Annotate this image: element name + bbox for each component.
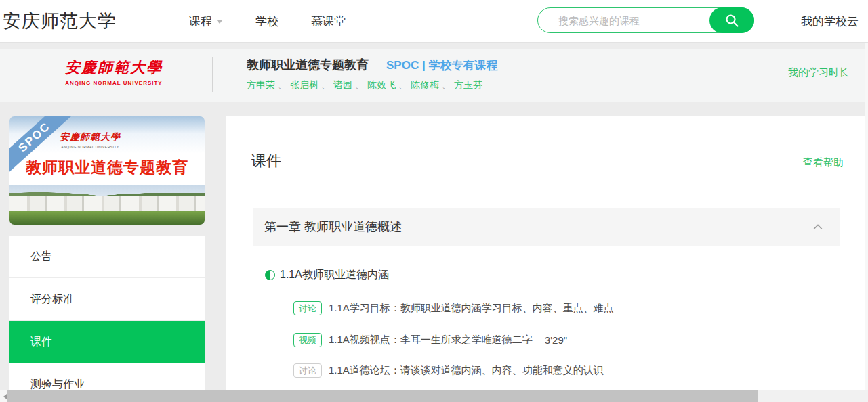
search-icon xyxy=(724,12,740,28)
university-logo-en: ANQING NORMAL UNIVERSITY xyxy=(46,80,182,86)
teacher-list: 方申荣、张启树、诸园、陈效飞、陈修梅、方玉芬 xyxy=(247,79,497,91)
university-logo: 安慶師範大學 ANQING NORMAL UNIVERSITY xyxy=(46,58,182,86)
lesson-item-discussion-1[interactable]: 讨论 1.1A学习目标：教师职业道德内涵学习目标、内容、重点、难点 xyxy=(293,301,614,315)
nav-item-label: 课程 xyxy=(189,14,212,29)
half-filled-circle-icon xyxy=(265,270,275,280)
campus-photo xyxy=(9,185,205,225)
university-logo-cn: 安慶師範大學 xyxy=(46,58,182,78)
chevron-down-icon xyxy=(216,20,223,24)
lesson-item-text: 1.1A视频视点：李耳一生所求之学唯道德二字 xyxy=(329,334,533,347)
lesson-item-text: 1.1A学习目标：教师职业道德内涵学习目标、内容、重点、难点 xyxy=(329,302,614,315)
teacher-separator: 、 xyxy=(321,79,331,90)
teacher-separator: 、 xyxy=(442,79,451,90)
teacher-link[interactable]: 方玉芬 xyxy=(454,79,482,90)
lesson-item-video[interactable]: 视频 1.1A视频视点：李耳一生所求之学唯道德二字 3'29" xyxy=(293,333,567,347)
top-navbar: 安庆师范大学 课程 学校 慕课堂 我的学校云 xyxy=(0,0,868,43)
sidebar-item-courseware[interactable]: 课件 xyxy=(9,321,205,363)
nav-item-label: 慕课堂 xyxy=(311,14,346,29)
nav-item-mooc-class[interactable]: 慕课堂 xyxy=(311,14,346,29)
main-panel: 课件 查看帮助 第一章 教师职业道德概述 1.1A教师职业道德内涵 讨论 1.1… xyxy=(226,116,865,402)
header-divider xyxy=(212,57,213,92)
teacher-link[interactable]: 陈效飞 xyxy=(367,79,396,90)
lesson-title: 1.1A教师职业道德内涵 xyxy=(280,268,389,282)
teacher-separator: 、 xyxy=(355,79,365,90)
lesson-item-discussion-2[interactable]: 讨论 1.1A道德论坛：请谈谈对道德内涵、内容、功能和意义的认识 xyxy=(293,363,604,378)
card-logo-cn: 安慶師範大學 xyxy=(60,131,121,143)
site-brand[interactable]: 安庆师范大学 xyxy=(3,9,117,33)
card-logo-en: ANQING NORMAL UNIVERSITY xyxy=(60,145,121,149)
chapter-header[interactable]: 第一章 教师职业道德概述 xyxy=(253,208,840,246)
nav-item-courses[interactable]: 课程 xyxy=(189,14,223,29)
search-button[interactable] xyxy=(709,7,754,33)
nav-item-label: 学校 xyxy=(255,14,278,29)
course-header: 安慶師範大學 ANQING NORMAL UNIVERSITY 教师职业道德专题… xyxy=(0,49,868,102)
my-school-cloud-link[interactable]: 我的学校云 xyxy=(801,14,859,29)
lesson-item-text: 1.1A道德论坛：请谈谈对道德内涵、内容、功能和意义的认识 xyxy=(329,364,604,377)
teacher-link[interactable]: 诸园 xyxy=(333,79,352,90)
vertical-scrollbar-track[interactable] xyxy=(865,43,868,390)
view-help-link[interactable]: 查看帮助 xyxy=(803,156,844,169)
teacher-link[interactable]: 陈修梅 xyxy=(411,79,439,90)
search-input[interactable] xyxy=(538,8,707,32)
sidebar-menu: 公告 评分标准 课件 测验与作业 xyxy=(9,236,205,402)
study-time-link[interactable]: 我的学习时长 xyxy=(788,66,849,79)
horizontal-scrollbar-thumb[interactable] xyxy=(7,390,758,402)
course-title: 教师职业道德专题教育 xyxy=(247,57,369,73)
course-info: 教师职业道德专题教育 SPOC | 学校专有课程 方申荣、张启树、诸园、陈效飞、… xyxy=(247,57,497,91)
chapter-title: 第一章 教师职业道德概述 xyxy=(264,219,402,235)
discussion-badge: 讨论 xyxy=(293,301,322,315)
course-card[interactable]: SPOC 安慶師範大學 ANQING NORMAL UNIVERSITY 教师职… xyxy=(9,116,205,225)
sidebar-item-grading[interactable]: 评分标准 xyxy=(9,278,205,321)
card-university-logo: 安慶師範大學 ANQING NORMAL UNIVERSITY xyxy=(60,131,121,149)
triangle-left-icon xyxy=(3,394,7,399)
page-title: 课件 xyxy=(251,151,281,171)
search-box xyxy=(537,7,754,33)
top-nav-menu: 课程 学校 慕课堂 xyxy=(189,14,346,29)
video-badge: 视频 xyxy=(293,333,322,347)
course-type-label: SPOC | 学校专有课程 xyxy=(386,58,497,73)
teacher-separator: 、 xyxy=(398,79,408,90)
card-course-title: 教师职业道德专题教育 xyxy=(9,157,205,178)
teacher-separator: 、 xyxy=(278,79,287,90)
nav-item-schools[interactable]: 学校 xyxy=(255,14,278,29)
chevron-up-icon[interactable] xyxy=(813,223,823,230)
sidebar-item-announcements[interactable]: 公告 xyxy=(9,236,205,278)
video-duration: 3'29" xyxy=(545,334,567,346)
lesson-title-row[interactable]: 1.1A教师职业道德内涵 xyxy=(265,268,389,282)
horizontal-scrollbar xyxy=(0,390,868,402)
teacher-link[interactable]: 方申荣 xyxy=(247,79,275,90)
discussion-badge: 讨论 xyxy=(293,363,322,378)
teacher-link[interactable]: 张启树 xyxy=(290,79,318,90)
